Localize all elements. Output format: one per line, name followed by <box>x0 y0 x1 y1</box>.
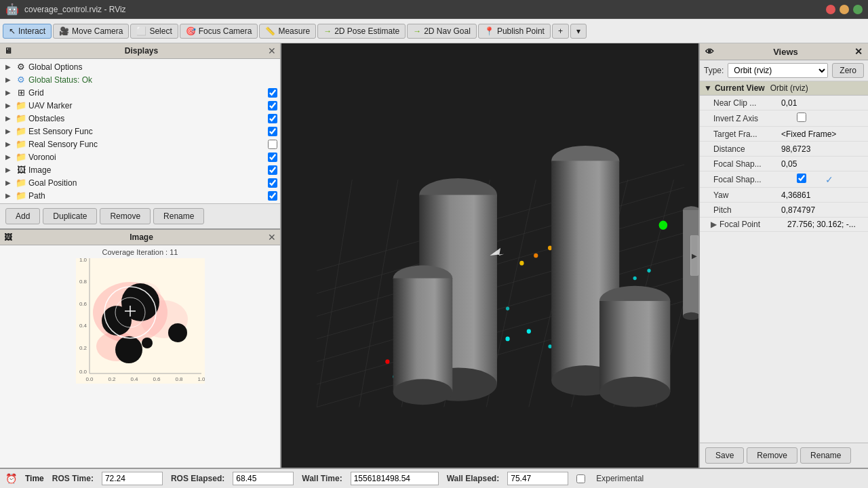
tree-item[interactable]: ▶🖼Image <box>0 163 280 176</box>
toolbar-dropdown-button[interactable]: ▾ <box>570 24 587 39</box>
tree-item-checkbox[interactable] <box>268 191 277 201</box>
tree-item-checkbox[interactable] <box>268 140 277 149</box>
time-icon: ⏰ <box>5 473 17 484</box>
focal-shape2-checkbox[interactable] <box>781 174 822 183</box>
tree-item[interactable]: ▶⚙Global Options <box>0 60 280 73</box>
rename-view-button[interactable]: Rename <box>800 447 851 464</box>
pose-icon: → <box>323 26 332 36</box>
interact-button[interactable]: ↖ Interact <box>3 24 52 39</box>
target-frame-value: <Fixed Frame> <box>781 129 863 139</box>
tree-item-checkbox[interactable] <box>268 178 277 188</box>
add-display-button[interactable]: Add <box>5 208 40 224</box>
tree-item[interactable]: ▶📁Path <box>0 189 280 202</box>
tree-expand-icon: ▶ <box>5 89 14 96</box>
focal-point-expand-icon: ▶ <box>711 220 717 229</box>
tree-item[interactable]: ▶📁Est Sensory Func <box>0 125 280 138</box>
yaw-row: Yaw 4,36861 <box>700 188 868 203</box>
tree-item-icon: ⊞ <box>16 87 26 98</box>
wall-time-input[interactable] <box>351 472 439 485</box>
pin-icon: 📍 <box>484 26 494 36</box>
rename-display-button[interactable]: Rename <box>153 208 204 224</box>
tree-item[interactable]: ▶📁Real Sensory Func <box>0 138 280 150</box>
svg-text:0.6: 0.6 <box>153 376 161 382</box>
tree-item[interactable]: ▶📁Obstacles <box>0 112 280 125</box>
svg-text:1.0: 1.0 <box>79 258 87 263</box>
tree-item-checkbox[interactable] <box>268 88 277 98</box>
ros-elapsed-input[interactable] <box>233 472 294 485</box>
svg-point-56 <box>534 253 538 258</box>
tree-item-label: Voronoi <box>28 152 266 162</box>
zero-button[interactable]: Zero <box>832 63 864 78</box>
remove-display-button[interactable]: Remove <box>100 208 151 224</box>
tree-expand-icon: ▶ <box>5 102 14 109</box>
near-clip-value: 0,01 <box>781 98 863 108</box>
pitch-value: 0,874797 <box>781 205 863 215</box>
svg-text:0.2: 0.2 <box>108 376 116 382</box>
svg-rect-79 <box>393 279 453 392</box>
tree-item[interactable]: ▶📁Voronoi <box>0 150 280 163</box>
svg-point-58 <box>519 261 524 266</box>
remove-view-button[interactable]: Remove <box>747 447 797 464</box>
pose-estimate-button[interactable]: → 2D Pose Estimate <box>317 24 406 39</box>
svg-point-23 <box>142 338 153 348</box>
ros-time-input[interactable] <box>102 472 163 485</box>
distance-label: Distance <box>713 144 781 154</box>
measure-button[interactable]: 📏 Measure <box>259 24 316 39</box>
focal-point-row: ▶ Focal Point 27.756; 30.162; -... <box>700 218 868 232</box>
save-view-button[interactable]: Save <box>705 447 744 464</box>
tree-item-checkbox[interactable] <box>268 165 277 175</box>
displays-close-button[interactable]: ✕ <box>268 45 276 56</box>
tree-item-checkbox[interactable] <box>268 152 277 162</box>
nav-goal-button[interactable]: → 2D Nav Goal <box>407 24 477 39</box>
invert-z-label: Invert Z Axis <box>713 114 781 123</box>
ros-time-label: ROS Time: <box>52 474 94 483</box>
tree-item-label: Obstacles <box>28 114 266 123</box>
coverage-plot: 1.0 0.8 0.6 0.4 0.2 0.0 0.0 0.2 0.4 0.6 … <box>76 258 205 384</box>
duplicate-display-button[interactable]: Duplicate <box>43 208 97 224</box>
displays-tree: ▶⚙Global Options▶⚙Global Status: Ok▶⊞Gri… <box>0 59 280 203</box>
select-button[interactable]: ⬜ Select <box>130 24 178 39</box>
svg-text:0.0: 0.0 <box>79 369 87 375</box>
wall-elapsed-input[interactable] <box>507 472 568 485</box>
focus-camera-button[interactable]: 🎯 Focus Camera <box>180 24 258 39</box>
tree-item-icon: 📁 <box>16 126 26 136</box>
tree-item-icon: ⚙ <box>16 75 26 85</box>
tree-item[interactable]: ▶📁Goal Position <box>0 176 280 189</box>
move-camera-button[interactable]: 🎥 Move Camera <box>53 24 129 39</box>
publish-point-button[interactable]: 📍 Publish Point <box>478 24 551 39</box>
invert-z-checkbox[interactable] <box>781 113 822 122</box>
toolbar: ↖ Interact 🎥 Move Camera ⬜ Select 🎯 Focu… <box>0 19 868 43</box>
maximize-button[interactable] <box>853 5 863 14</box>
nav-icon: → <box>413 26 421 36</box>
minimize-button[interactable] <box>840 5 849 14</box>
pitch-label: Pitch <box>713 205 781 215</box>
tree-item-checkbox[interactable] <box>268 114 277 123</box>
add-toolbar-button[interactable]: + <box>552 24 569 39</box>
svg-text:0.0: 0.0 <box>85 376 94 382</box>
main-layout: 🖥 Displays ✕ ▶⚙Global Options▶⚙Global St… <box>0 43 868 468</box>
views-bottom-buttons: Save Remove Rename <box>700 443 868 468</box>
3d-viewport[interactable]: ▶ <box>281 43 698 468</box>
tree-item[interactable]: ▶⚙Global Status: Ok <box>0 73 280 86</box>
tree-item-icon: 📁 <box>16 152 26 162</box>
tree-item[interactable]: ▶⊞Grid <box>0 86 280 99</box>
focal-shape2-row: Focal Shap... ✓ <box>700 171 868 188</box>
distance-value: 98,6723 <box>781 144 863 154</box>
view-type-select[interactable]: Orbit (rviz) <box>728 63 828 78</box>
tree-item-checkbox[interactable] <box>268 101 277 110</box>
experimental-checkbox[interactable] <box>576 474 585 483</box>
tree-item[interactable]: ▶📁UAV Marker <box>0 99 280 112</box>
close-button[interactable] <box>826 5 835 14</box>
image-panel-close-button[interactable]: ✕ <box>268 232 276 243</box>
views-panel: 👁 Views ✕ Type: Orbit (rviz) Zero ▼ Curr… <box>698 43 868 468</box>
views-close-button[interactable]: ✕ <box>854 46 863 57</box>
tree-item-label: Grid <box>28 88 266 98</box>
tree-item-icon: 📁 <box>16 190 26 201</box>
viewport-collapse-handle[interactable]: ▶ <box>690 235 698 276</box>
focal-shape1-value: 0,05 <box>781 159 863 169</box>
tree-item-checkbox[interactable] <box>268 127 277 136</box>
left-panel: 🖥 Displays ✕ ▶⚙Global Options▶⚙Global St… <box>0 43 281 468</box>
plus-icon: + <box>558 26 563 36</box>
wall-time-label: Wall Time: <box>302 474 342 483</box>
focal-point-value: 27.756; 30.162; -... <box>787 220 863 229</box>
